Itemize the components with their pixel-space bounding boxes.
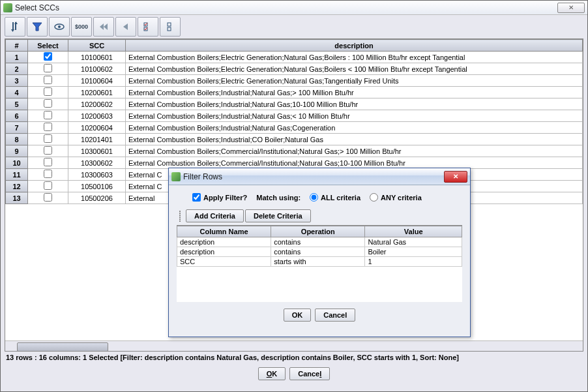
row-checkbox[interactable] — [44, 134, 52, 143]
select-cell[interactable] — [28, 145, 68, 157]
description-cell[interactable]: External Combustion Boilers;Electric Gen… — [126, 52, 583, 63]
scc-cell[interactable]: 10300602 — [68, 157, 126, 169]
scc-cell[interactable]: 10200601 — [68, 87, 126, 98]
scc-cell[interactable]: 10500206 — [68, 192, 126, 204]
dialog-ok-button[interactable]: OK — [284, 309, 312, 322]
svg-point-6 — [58, 25, 61, 28]
criteria-row[interactable]: descriptioncontainsNatural Gas — [177, 237, 462, 247]
table-row[interactable]: 210100602External Combustion Boilers;Ele… — [6, 63, 583, 75]
first-page-button[interactable] — [93, 17, 114, 37]
select-cell[interactable] — [28, 181, 68, 192]
row-checkbox[interactable] — [44, 99, 52, 108]
criteria-op-cell[interactable]: contains — [271, 237, 365, 247]
scc-cell[interactable]: 10100604 — [68, 75, 126, 87]
crit-col-val[interactable]: Value — [365, 226, 462, 237]
delete-criteria-button[interactable]: Delete Criteria — [245, 209, 311, 222]
crit-col-op[interactable]: Operation — [271, 226, 365, 237]
table-row[interactable]: 110100601External Combustion Boilers;Ele… — [6, 52, 583, 63]
description-cell[interactable]: External Combustion Boilers;Industrial;N… — [126, 122, 583, 134]
table-row[interactable]: 410200601External Combustion Boilers;Ind… — [6, 87, 583, 98]
scc-cell[interactable]: 10300603 — [68, 169, 126, 181]
format-button[interactable]: $000 — [71, 17, 92, 37]
table-row[interactable]: 1010300602External Combustion Boilers;Co… — [6, 157, 583, 169]
criteria-op-cell[interactable]: starts with — [271, 257, 365, 267]
col-description-header[interactable]: description — [126, 40, 583, 52]
scc-cell[interactable]: 10200603 — [68, 110, 126, 122]
table-row[interactable]: 610200603External Combustion Boilers;Ind… — [6, 110, 583, 122]
deselect-all-button[interactable] — [160, 17, 181, 37]
table-row[interactable]: 310100604External Combustion Boilers;Ele… — [6, 75, 583, 87]
criteria-row[interactable]: descriptioncontainsBoiler — [177, 247, 462, 257]
scc-cell[interactable]: 10200604 — [68, 122, 126, 134]
row-checkbox[interactable] — [44, 193, 52, 202]
apply-filter-checkbox[interactable] — [192, 193, 201, 202]
scrollbar-thumb[interactable] — [17, 342, 108, 352]
criteria-row[interactable]: SCCstarts with1 — [177, 257, 462, 267]
scc-cell[interactable]: 10500106 — [68, 181, 126, 192]
select-cell[interactable] — [28, 157, 68, 169]
all-criteria-radio[interactable] — [310, 193, 318, 202]
scc-cell[interactable]: 10300601 — [68, 145, 126, 157]
prev-page-button[interactable] — [115, 17, 136, 37]
description-cell[interactable]: External Combustion Boilers;Electric Gen… — [126, 63, 583, 75]
sort-button[interactable] — [5, 17, 25, 37]
select-cell[interactable] — [28, 110, 68, 122]
select-cell[interactable] — [28, 98, 68, 110]
select-cell[interactable] — [28, 122, 68, 134]
criteria-name-cell[interactable]: description — [177, 247, 271, 257]
close-button[interactable]: ✕ — [557, 3, 585, 13]
select-cell[interactable] — [28, 75, 68, 87]
description-cell[interactable]: External Combustion Boilers;Industrial;N… — [126, 87, 583, 98]
table-row[interactable]: 510200602External Combustion Boilers;Ind… — [6, 98, 583, 110]
select-cell[interactable] — [28, 63, 68, 75]
row-checkbox[interactable] — [44, 52, 52, 61]
horizontal-scrollbar[interactable] — [5, 340, 583, 352]
row-checkbox[interactable] — [44, 123, 52, 131]
scc-cell[interactable]: 10100602 — [68, 63, 126, 75]
table-row[interactable]: 910300601External Combustion Boilers;Com… — [6, 145, 583, 157]
col-select-header[interactable]: Select — [28, 40, 68, 52]
dialog-close-button[interactable]: ✕ — [444, 171, 467, 183]
criteria-op-cell[interactable]: contains — [271, 247, 365, 257]
row-checkbox[interactable] — [44, 181, 52, 190]
criteria-name-cell[interactable]: description — [177, 237, 271, 247]
row-checkbox[interactable] — [44, 111, 52, 119]
row-checkbox[interactable] — [44, 158, 52, 166]
ok-button[interactable]: OK — [258, 367, 286, 380]
description-cell[interactable]: External Combustion Boilers;Industrial;N… — [126, 98, 583, 110]
scc-cell[interactable]: 10200602 — [68, 98, 126, 110]
scc-cell[interactable]: 10100601 — [68, 52, 126, 63]
criteria-val-cell[interactable]: Natural Gas — [365, 237, 462, 247]
table-row[interactable]: 810201401External Combustion Boilers;Ind… — [6, 134, 583, 145]
show-hide-button[interactable] — [49, 17, 70, 37]
cancel-button[interactable]: Cancel — [289, 367, 330, 380]
row-checkbox[interactable] — [44, 76, 52, 84]
row-checkbox[interactable] — [44, 170, 52, 178]
criteria-name-cell[interactable]: SCC — [177, 257, 271, 267]
select-cell[interactable] — [28, 169, 68, 181]
col-scc-header[interactable]: SCC — [68, 40, 126, 52]
select-cell[interactable] — [28, 134, 68, 145]
select-cell[interactable] — [28, 52, 68, 63]
select-all-button[interactable] — [138, 17, 158, 37]
description-cell[interactable]: External Combustion Boilers;Commercial/I… — [126, 157, 583, 169]
select-cell[interactable] — [28, 87, 68, 98]
filter-button[interactable] — [27, 17, 48, 37]
row-checkbox[interactable] — [44, 87, 52, 96]
row-checkbox[interactable] — [44, 146, 52, 155]
crit-col-name[interactable]: Column Name — [177, 226, 271, 237]
description-cell[interactable]: External Combustion Boilers;Industrial;C… — [126, 134, 583, 145]
criteria-val-cell[interactable]: 1 — [365, 257, 462, 267]
add-criteria-button[interactable]: Add Criteria — [186, 209, 244, 222]
row-checkbox[interactable] — [44, 64, 52, 72]
col-num-header[interactable]: # — [6, 40, 28, 52]
select-cell[interactable] — [28, 192, 68, 204]
criteria-val-cell[interactable]: Boiler — [365, 247, 462, 257]
table-row[interactable]: 710200604External Combustion Boilers;Ind… — [6, 122, 583, 134]
any-criteria-radio[interactable] — [370, 193, 378, 202]
description-cell[interactable]: External Combustion Boilers;Commercial/I… — [126, 145, 583, 157]
description-cell[interactable]: External Combustion Boilers;Industrial;N… — [126, 110, 583, 122]
description-cell[interactable]: External Combustion Boilers;Electric Gen… — [126, 75, 583, 87]
dialog-cancel-button[interactable]: Cancel — [315, 309, 355, 322]
scc-cell[interactable]: 10201401 — [68, 134, 126, 145]
